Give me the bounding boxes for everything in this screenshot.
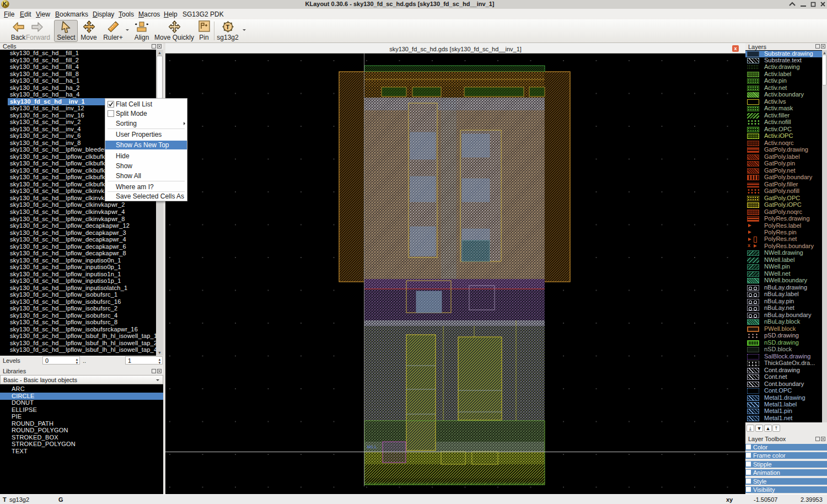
svg-text:M1.L: M1.L: [367, 444, 377, 449]
svg-text:T: T: [226, 24, 230, 30]
